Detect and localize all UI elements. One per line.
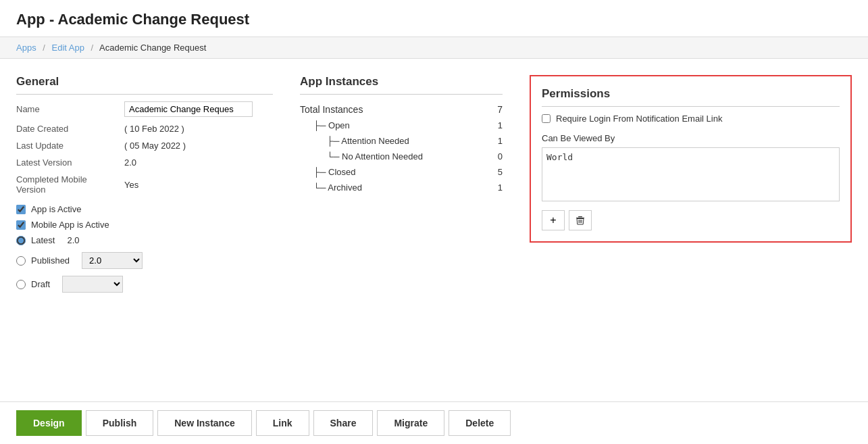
mobile-active-label: Mobile App is Active: [31, 220, 109, 230]
radio-latest-label: Latest: [31, 235, 55, 245]
field-value-date-created: ( 10 Feb 2022 ): [124, 124, 184, 134]
app-active-label: App is Active: [31, 204, 81, 214]
draft-version-select[interactable]: [62, 276, 123, 293]
instance-count-total: 7: [497, 104, 503, 115]
field-label-latest-version: Latest Version: [16, 157, 124, 168]
radio-published-label: Published: [31, 255, 70, 266]
general-section: General Name Date Created ( 10 Feb 2022 …: [16, 75, 273, 299]
field-label-date-created: Date Created: [16, 124, 124, 134]
field-value-completed-mobile: Yes: [124, 180, 138, 190]
breadcrumb-sep2: /: [91, 43, 94, 53]
require-login-checkbox[interactable]: [542, 114, 551, 123]
field-label-last-update: Last Update: [16, 141, 124, 151]
can-be-viewed-textarea[interactable]: World: [542, 147, 840, 201]
instance-row-closed: ├─ Closed 5: [300, 164, 503, 180]
perm-checkbox-row: Require Login From Notification Email Li…: [542, 114, 840, 124]
permissions-title: Permissions: [542, 87, 840, 107]
checkbox-row-app-active: App is Active: [16, 204, 273, 214]
general-title: General: [16, 75, 273, 95]
instance-label-closed: ├─ Closed: [313, 167, 356, 177]
field-label-name: Name: [16, 104, 124, 114]
radio-draft-label: Draft: [31, 279, 50, 289]
checkbox-row-mobile-active: Mobile App is Active: [16, 220, 273, 230]
instances-title: App Instances: [300, 75, 503, 95]
field-row-name: Name: [16, 101, 273, 117]
instance-row-open: ├─ Open 1: [300, 118, 503, 133]
page-header: App - Academic Change Request: [0, 0, 868, 37]
mobile-active-checkbox[interactable]: [16, 220, 26, 230]
trash-icon: [575, 215, 586, 226]
instance-count-archived: 1: [498, 182, 503, 193]
svg-rect-1: [578, 216, 582, 217]
name-input[interactable]: [124, 101, 253, 117]
perm-buttons: +: [542, 210, 840, 230]
content-area: General Name Date Created ( 10 Feb 2022 …: [0, 59, 868, 316]
instance-row-attention: ├─ Attention Needed 1: [300, 133, 503, 149]
breadcrumb-edit-app[interactable]: Edit App: [52, 43, 84, 53]
radio-latest[interactable]: [16, 236, 26, 245]
field-row-latest-version: Latest Version 2.0: [16, 157, 273, 168]
instance-label-no-attention: └─ No Attention Needed: [327, 151, 423, 162]
breadcrumb-sep1: /: [43, 43, 45, 53]
instances-section: App Instances Total Instances 7 ├─ Open …: [300, 75, 503, 195]
radio-published[interactable]: [16, 256, 26, 266]
radio-row-published: Published 2.0: [16, 252, 273, 269]
delete-permission-button[interactable]: [569, 210, 592, 230]
radio-row-draft: Draft: [16, 276, 273, 293]
breadcrumb-current: Academic Change Request: [99, 43, 206, 53]
instance-label-open: ├─ Open: [313, 120, 350, 130]
published-version-select[interactable]: 2.0: [82, 252, 143, 269]
can-be-viewed-label: Can Be Viewed By: [542, 133, 840, 143]
instance-label-attention: ├─ Attention Needed: [327, 136, 409, 146]
instance-row-no-attention: └─ No Attention Needed 0: [300, 149, 503, 164]
field-value-latest-version: 2.0: [124, 157, 136, 168]
require-login-label: Require Login From Notification Email Li…: [556, 114, 722, 124]
breadcrumb-apps[interactable]: Apps: [16, 43, 36, 53]
instance-count-open: 1: [498, 120, 503, 130]
radio-draft[interactable]: [16, 280, 26, 289]
field-label-completed-mobile: Completed MobileVersion: [16, 174, 124, 195]
add-permission-button[interactable]: +: [542, 210, 565, 230]
page-title: App - Academic Change Request: [16, 11, 852, 28]
checkboxes-area: App is Active Mobile App is Active: [16, 204, 273, 230]
radio-row-latest: Latest 2.0: [16, 235, 273, 245]
instance-row-archived: └─ Archived 1: [300, 180, 503, 195]
radios-area: Latest 2.0 Published 2.0 Draft: [16, 235, 273, 293]
field-row-date-created: Date Created ( 10 Feb 2022 ): [16, 124, 273, 134]
app-active-checkbox[interactable]: [16, 205, 26, 214]
instance-count-no-attention: 0: [498, 151, 503, 162]
instance-count-attention: 1: [498, 136, 503, 146]
permissions-section: Permissions Require Login From Notificat…: [530, 75, 852, 243]
radio-latest-value: 2.0: [67, 235, 79, 245]
instance-count-closed: 5: [498, 167, 503, 177]
instance-label-total: Total Instances: [300, 104, 363, 115]
field-row-last-update: Last Update ( 05 May 2022 ): [16, 141, 273, 151]
breadcrumb: Apps / Edit App / Academic Change Reques…: [0, 37, 868, 59]
field-row-completed-mobile: Completed MobileVersion Yes: [16, 174, 273, 195]
instance-label-archived: └─ Archived: [313, 182, 362, 193]
field-value-last-update: ( 05 May 2022 ): [124, 141, 186, 151]
instance-row-total: Total Instances 7: [300, 101, 503, 118]
